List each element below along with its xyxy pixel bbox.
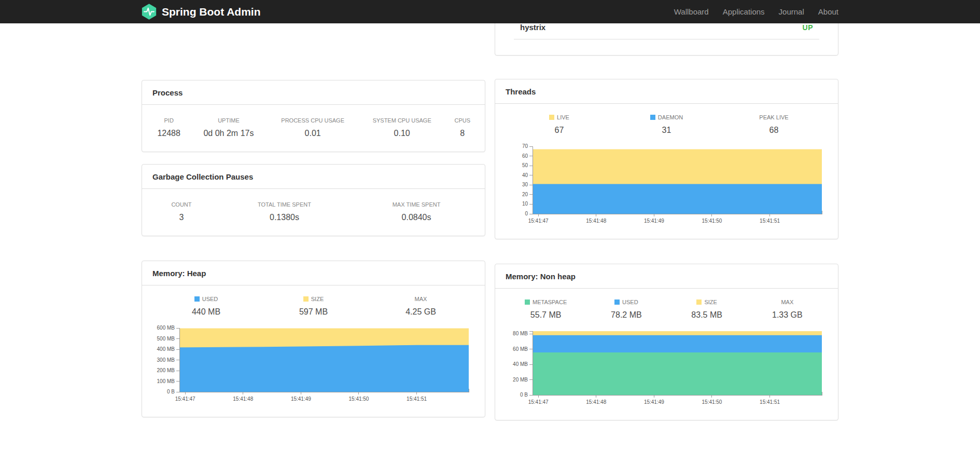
gc-metrics: COUNTTOTAL TIME SPENTMAX TIME SPENT30.13…: [142, 189, 485, 236]
legend-item: METASPACE55.7 MB: [506, 299, 586, 320]
spring-boot-admin-logo-icon: [142, 3, 157, 20]
legend-swatch-icon: [650, 115, 655, 120]
svg-text:15:41:50: 15:41:50: [702, 399, 722, 405]
svg-text:15:41:48: 15:41:48: [586, 399, 606, 405]
metric-label: PID: [147, 117, 190, 129]
legend-item: DAEMON31: [613, 114, 720, 135]
metric-value: 8: [445, 129, 480, 138]
svg-text:70: 70: [522, 143, 528, 149]
memory-nonheap-card: Memory: Non heap METASPACE55.7 MBUSED78.…: [495, 264, 838, 420]
application-row[interactable]: hystrix UP: [514, 23, 819, 39]
brand-title: Spring Boot Admin: [162, 6, 261, 18]
metric-label: COUNT: [147, 201, 216, 213]
legend-item: USED78.2 MB: [586, 299, 666, 320]
memory-nonheap-card-title: Memory: Non heap: [495, 264, 838, 289]
application-status-badge: UP: [803, 23, 813, 32]
legend-item: LIVE67: [506, 114, 613, 135]
memory-heap-legend: USED440 MBSIZE597 MBMAX4.25 GB: [152, 296, 474, 317]
svg-text:15:41:50: 15:41:50: [702, 218, 722, 224]
svg-text:600 MB: 600 MB: [157, 325, 175, 331]
legend-label: SIZE: [667, 299, 747, 305]
nav-item-wallboard[interactable]: Wallboard: [674, 7, 709, 16]
metric-label: SYSTEM CPU USAGE: [359, 117, 445, 129]
legend-label: LIVE: [506, 114, 613, 120]
legend-swatch-icon: [549, 115, 554, 120]
nav-item-about[interactable]: About: [818, 7, 838, 16]
svg-text:400 MB: 400 MB: [157, 346, 175, 352]
svg-text:50: 50: [522, 162, 528, 168]
svg-text:60 MB: 60 MB: [513, 346, 528, 352]
svg-text:100 MB: 100 MB: [157, 378, 175, 384]
process-card: Process PIDUPTIMEPROCESS CPU USAGESYSTEM…: [142, 80, 485, 152]
legend-label: MAX: [367, 296, 474, 302]
legend-swatch-icon: [614, 299, 620, 305]
legend-item: PEAK LIVE68: [720, 114, 828, 135]
threads-card-title: Threads: [495, 79, 838, 104]
legend-value: 68: [720, 126, 828, 135]
legend-swatch-icon: [696, 299, 702, 305]
nav-links: WallboardApplicationsJournalAbout: [674, 7, 838, 16]
legend-value: 440 MB: [152, 307, 260, 317]
legend-value: 55.7 MB: [506, 310, 586, 320]
legend-label: DAEMON: [613, 114, 720, 120]
svg-text:15:41:49: 15:41:49: [644, 218, 664, 224]
svg-text:15:41:47: 15:41:47: [528, 218, 549, 224]
metric-value: 0.01: [267, 129, 359, 138]
metric-value: 12488: [147, 129, 190, 138]
process-card-title: Process: [142, 80, 485, 105]
legend-item: SIZE83.5 MB: [667, 299, 747, 320]
legend-item: SIZE597 MB: [260, 296, 367, 317]
legend-label: USED: [586, 299, 666, 305]
metric-label: MAX TIME SPENT: [353, 201, 480, 213]
svg-text:0: 0: [525, 211, 528, 216]
legend-item: USED440 MB: [152, 296, 260, 317]
svg-text:30: 30: [522, 182, 528, 187]
memory-heap-chart: 0 B100 MB200 MB300 MB400 MB500 MB600 MB1…: [152, 325, 474, 405]
metric-value: 0.1380s: [216, 213, 353, 222]
legend-item: MAX1.33 GB: [747, 299, 828, 320]
svg-text:300 MB: 300 MB: [157, 357, 175, 363]
svg-text:15:41:51: 15:41:51: [407, 396, 427, 402]
right-column: hystrix UP Threads LIVE67DAEMON31PEAK LI…: [495, 23, 838, 420]
application-card-spacer: [495, 39, 838, 55]
legend-value: 83.5 MB: [667, 310, 747, 320]
svg-text:80 MB: 80 MB: [513, 331, 528, 336]
legend-label: MAX: [747, 299, 828, 305]
memory-heap-card-title: Memory: Heap: [142, 261, 485, 285]
gc-card-title: Garbage Collection Pauses: [142, 165, 485, 189]
legend-swatch-icon: [194, 296, 200, 302]
svg-text:15:41:48: 15:41:48: [233, 396, 253, 402]
memory-nonheap-chart: 0 B20 MB40 MB60 MB80 MB15:41:4715:41:481…: [506, 328, 828, 408]
legend-label: USED: [152, 296, 260, 302]
svg-text:40 MB: 40 MB: [513, 361, 528, 367]
nav-item-journal[interactable]: Journal: [779, 7, 804, 16]
process-metrics: PIDUPTIMEPROCESS CPU USAGESYSTEM CPU USA…: [142, 105, 485, 152]
legend-swatch-icon: [525, 299, 530, 305]
metric-label: PROCESS CPU USAGE: [267, 117, 359, 129]
svg-text:15:41:49: 15:41:49: [644, 399, 664, 405]
legend-value: 67: [506, 126, 613, 135]
application-name[interactable]: hystrix: [520, 23, 545, 32]
metric-value: 0.10: [359, 129, 445, 138]
legend-label: PEAK LIVE: [720, 114, 828, 120]
legend-value: 78.2 MB: [586, 310, 666, 320]
legend-value: 31: [613, 126, 720, 135]
legend-value: 4.25 GB: [367, 307, 474, 317]
svg-text:15:41:49: 15:41:49: [291, 396, 311, 402]
metrics-table: PIDUPTIMEPROCESS CPU USAGESYSTEM CPU USA…: [147, 117, 480, 138]
brand-link[interactable]: Spring Boot Admin: [142, 3, 261, 20]
metrics-table: COUNTTOTAL TIME SPENTMAX TIME SPENT30.13…: [147, 201, 480, 222]
svg-text:15:41:48: 15:41:48: [586, 218, 606, 224]
svg-text:0 B: 0 B: [167, 389, 175, 394]
svg-text:15:41:51: 15:41:51: [760, 399, 780, 405]
metric-label: TOTAL TIME SPENT: [216, 201, 353, 213]
nav-item-applications[interactable]: Applications: [723, 7, 765, 16]
main-content: Process PIDUPTIMEPROCESS CPU USAGESYSTEM…: [142, 23, 838, 420]
svg-text:60: 60: [522, 153, 528, 159]
svg-text:15:41:47: 15:41:47: [528, 399, 549, 405]
svg-text:15:41:47: 15:41:47: [175, 396, 195, 402]
threads-legend: LIVE67DAEMON31PEAK LIVE68: [506, 114, 828, 135]
metric-value: 3: [147, 213, 216, 222]
navbar: Spring Boot Admin WallboardApplicationsJ…: [0, 0, 980, 23]
threads-chart: 01020304050607015:41:4715:41:4815:41:491…: [506, 143, 828, 227]
